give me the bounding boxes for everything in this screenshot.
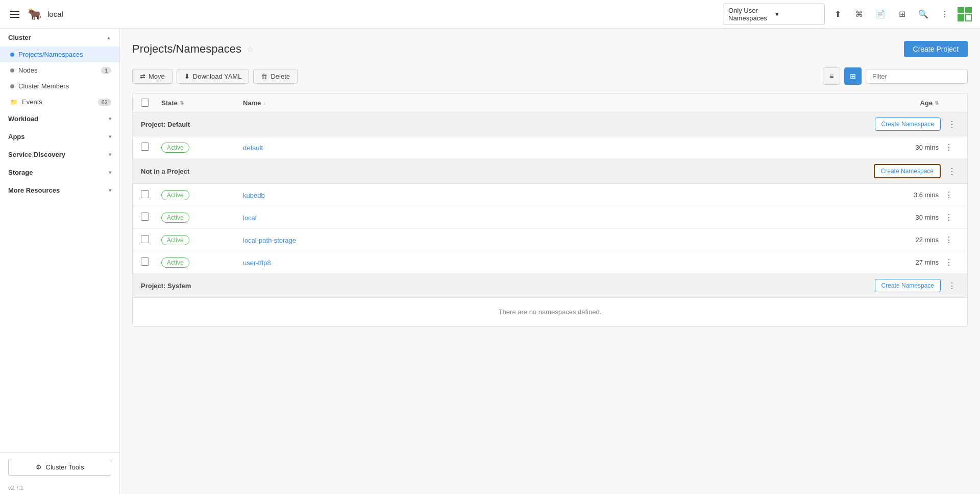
group-project-default: Project: Default Create Namespace ⋮ <box>133 112 967 136</box>
group-label-not-in-project: Not in a Project <box>141 168 189 175</box>
content-area: Projects/Namespaces ☆ Create Project ⇄ M… <box>120 29 980 494</box>
group-menu-system-icon[interactable]: ⋮ <box>945 280 959 292</box>
more-resources-chevron-icon: ▾ <box>109 187 111 193</box>
toolbar-left: ⇄ Move ⬇ Download YAML 🗑 Delete <box>132 69 298 84</box>
row-checkbox-user-tffp8[interactable] <box>141 257 149 266</box>
events-badge: 62 <box>98 99 111 106</box>
row-menu-local-icon[interactable]: ⋮ <box>939 211 959 223</box>
download-yaml-label: Download YAML <box>193 73 242 80</box>
state-column-header[interactable]: State ⇅ <box>161 99 243 107</box>
age-column-header[interactable]: Age ⇅ <box>877 99 939 107</box>
name-sort-icon: ↓ <box>263 100 265 106</box>
group-not-in-project: Not in a Project Create Namespace ⋮ <box>133 159 967 184</box>
delete-icon: 🗑 <box>261 73 267 80</box>
apps-section-header[interactable]: Apps ▾ <box>0 128 119 146</box>
workload-section: Workload ▾ <box>0 110 119 128</box>
chevron-down-icon: ▾ <box>775 10 819 18</box>
list-view-button[interactable]: ≡ <box>823 67 840 85</box>
name-column-header[interactable]: Name ↓ <box>243 99 877 107</box>
projects-dot-icon <box>10 53 14 57</box>
download-icon: ⬇ <box>184 73 190 80</box>
namespace-filter-select[interactable]: Only User Namespaces ▾ <box>723 4 825 25</box>
service-discovery-section-header[interactable]: Service Discovery ▾ <box>0 146 119 163</box>
download-yaml-button[interactable]: ⬇ Download YAML <box>177 69 250 84</box>
namespace-link-local-path-storage[interactable]: local-path-storage <box>243 237 296 244</box>
row-menu-kubedb-icon[interactable]: ⋮ <box>939 189 959 201</box>
select-all-checkbox[interactable] <box>141 99 149 107</box>
age-cell-user-tffp8: 27 mins <box>877 258 939 266</box>
upload-icon[interactable]: ⬆ <box>829 6 846 23</box>
more-options-icon[interactable]: ⋮ <box>936 6 953 23</box>
delete-label: Delete <box>271 73 290 80</box>
cluster-chevron-icon: ▲ <box>106 35 111 40</box>
row-menu-default-icon[interactable]: ⋮ <box>939 142 959 153</box>
sidebar-item-events[interactable]: 📁 Events 62 <box>0 94 119 110</box>
hamburger-menu[interactable] <box>8 9 21 20</box>
apps-section-label: Apps <box>8 133 25 140</box>
group-project-system: Project: System Create Namespace ⋮ <box>133 274 967 298</box>
workload-section-header[interactable]: Workload ▾ <box>0 110 119 128</box>
namespaces-table: State ⇅ Name ↓ Age ⇅ Project: Default Cr… <box>132 93 968 327</box>
page-header: Projects/Namespaces ☆ Create Project <box>132 41 968 57</box>
workload-chevron-icon: ▾ <box>109 116 111 122</box>
group-menu-no-project-icon[interactable]: ⋮ <box>945 166 959 177</box>
row-checkbox-local[interactable] <box>141 213 149 221</box>
group-view-button[interactable]: ⊞ <box>844 67 862 85</box>
storage-section: Storage ▾ <box>0 163 119 181</box>
row-checkbox-local-path-storage[interactable] <box>141 235 149 243</box>
row-menu-user-tffp8-icon[interactable]: ⋮ <box>939 256 959 268</box>
create-namespace-button-no-project[interactable]: Create Namespace <box>874 164 941 178</box>
rancher-apps-icon[interactable] <box>958 7 972 21</box>
filter-input[interactable] <box>866 69 968 84</box>
create-namespace-button-default[interactable]: Create Namespace <box>875 117 941 131</box>
main-layout: Cluster ▲ Projects/Namespaces Nodes 1 <box>0 29 980 494</box>
service-discovery-section: Service Discovery ▾ <box>0 146 119 163</box>
workload-section-label: Workload <box>8 115 38 123</box>
more-resources-section: More Resources ▾ <box>0 181 119 199</box>
terminal-icon[interactable]: ⌘ <box>850 6 868 23</box>
row-checkbox-kubedb[interactable] <box>141 190 149 198</box>
toolbar-right: ≡ ⊞ <box>823 67 968 85</box>
nodes-dot-icon <box>10 68 14 73</box>
table-row: Active user-tffp8 27 mins ⋮ <box>133 251 967 274</box>
namespace-link-kubedb[interactable]: kubedb <box>243 192 265 199</box>
sidebar-item-cluster-members[interactable]: Cluster Members <box>0 78 119 94</box>
delete-button[interactable]: 🗑 Delete <box>253 69 298 84</box>
row-checkbox-default[interactable] <box>141 143 149 151</box>
row-menu-local-path-storage-icon[interactable]: ⋮ <box>939 234 959 246</box>
sidebar-item-label: Nodes <box>18 66 38 74</box>
file-icon[interactable]: 📄 <box>872 6 889 23</box>
sidebar-item-label: Projects/Namespaces <box>18 51 83 58</box>
page-title: Projects/Namespaces <box>132 42 241 56</box>
cluster-section-header[interactable]: Cluster ▲ <box>0 29 119 46</box>
create-namespace-button-system[interactable]: Create Namespace <box>875 279 941 292</box>
namespace-link-default[interactable]: default <box>243 144 263 152</box>
cluster-section-label: Cluster <box>8 34 31 41</box>
group-menu-default-icon[interactable]: ⋮ <box>945 119 959 130</box>
layout-icon[interactable]: ⊞ <box>893 6 911 23</box>
sidebar: Cluster ▲ Projects/Namespaces Nodes 1 <box>0 29 120 494</box>
apps-chevron-icon: ▾ <box>109 134 111 139</box>
age-cell-default: 30 mins <box>877 144 939 151</box>
gear-icon: ⚙ <box>36 463 42 471</box>
namespace-link-local[interactable]: local <box>243 214 257 222</box>
sidebar-item-projects-namespaces[interactable]: Projects/Namespaces <box>0 46 119 62</box>
service-discovery-chevron-icon: ▾ <box>109 152 111 157</box>
toolbar: ⇄ Move ⬇ Download YAML 🗑 Delete ≡ ⊞ <box>132 67 968 85</box>
namespace-link-user-tffp8[interactable]: user-tffp8 <box>243 259 271 267</box>
sidebar-item-nodes[interactable]: Nodes 1 <box>0 62 119 78</box>
storage-section-header[interactable]: Storage ▾ <box>0 163 119 181</box>
move-button[interactable]: ⇄ Move <box>132 69 173 84</box>
status-badge: Active <box>161 143 189 153</box>
apps-section: Apps ▾ <box>0 128 119 146</box>
search-icon[interactable]: 🔍 <box>915 6 932 23</box>
header-left: 🐂 local <box>8 8 63 21</box>
table-row: Active local-path-storage 22 mins ⋮ <box>133 229 967 251</box>
more-resources-section-header[interactable]: More Resources ▾ <box>0 181 119 199</box>
cluster-tools-button[interactable]: ⚙ Cluster Tools <box>8 459 111 476</box>
sidebar-item-label: Cluster Members <box>18 82 69 90</box>
favorite-star-icon[interactable]: ☆ <box>247 44 254 54</box>
age-cell-local: 30 mins <box>877 214 939 221</box>
table-row: Active default 30 mins ⋮ <box>133 136 967 159</box>
create-project-button[interactable]: Create Project <box>904 41 968 57</box>
